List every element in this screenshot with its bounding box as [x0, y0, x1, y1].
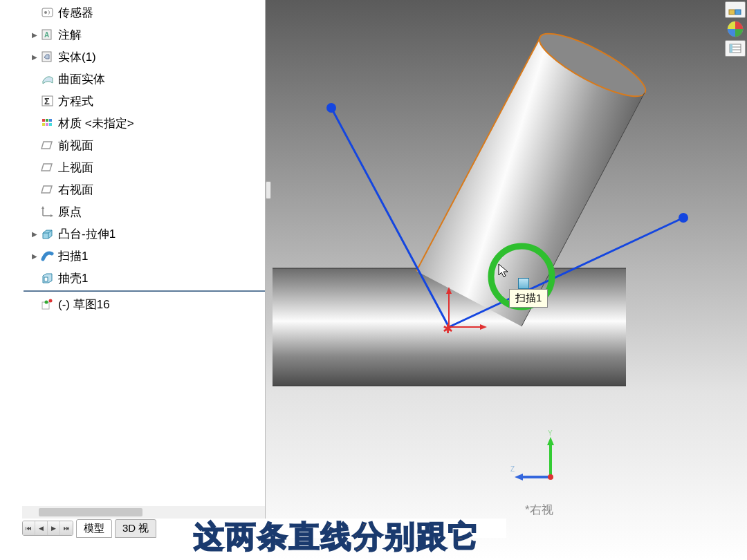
3d-scene[interactable]: ✱ — [266, 0, 747, 560]
svg-point-1 — [44, 11, 47, 14]
tree-row-right-plane[interactable]: ▶ 右视面 — [24, 178, 265, 200]
tooltip-feature-marker — [518, 278, 529, 289]
extrude-icon — [40, 226, 55, 241]
svg-rect-8 — [46, 119, 48, 122]
tree-row-front-plane[interactable]: ▶ 前视面 — [24, 134, 265, 156]
svg-marker-16 — [50, 214, 53, 217]
tab-model[interactable]: 模型 — [76, 519, 112, 538]
plane-icon — [40, 182, 55, 197]
feature-tooltip: 扫描1 — [509, 289, 548, 308]
expand-arrow[interactable]: ▶ — [29, 252, 40, 260]
tree-row-material[interactable]: ▶ 材质 <未指定> — [24, 112, 265, 134]
plane-icon — [40, 160, 55, 175]
tree-label: (-) 草图16 — [58, 297, 110, 312]
expand-arrow[interactable]: ▶ — [29, 53, 40, 61]
svg-rect-12 — [49, 123, 52, 126]
tree-row-surface-body[interactable]: ▶ 曲面实体 — [24, 68, 265, 90]
sensor-icon — [40, 5, 55, 20]
tree-label: 原点 — [58, 204, 82, 220]
tree-row-top-plane[interactable]: ▶ 上视面 — [24, 156, 265, 178]
scrollbar-thumb[interactable] — [39, 508, 142, 516]
expand-arrow[interactable]: ▶ — [29, 230, 40, 238]
feature-tree-panel: ▶ 传感器 ▶ A 注解 ▶ 实体(1) ▶ — [22, 0, 266, 519]
tree-label: 扫描1 — [58, 248, 88, 264]
tooltip-label: 扫描1 — [515, 292, 542, 304]
panel-divider-handle[interactable] — [266, 181, 271, 199]
tree-label: 曲面实体 — [58, 71, 105, 87]
nav-next[interactable]: ▶ — [48, 521, 60, 535]
tree-row-annotation[interactable]: ▶ A 注解 — [24, 24, 265, 46]
expand-arrow[interactable]: ▶ — [29, 31, 40, 39]
svg-text:✱: ✱ — [443, 322, 453, 336]
nav-last[interactable]: ⏭ — [60, 521, 73, 535]
equation-icon: Σ — [40, 93, 55, 109]
tree-label: 方程式 — [58, 93, 93, 109]
tree-label: 材质 <未指定> — [58, 115, 134, 131]
sketch-endpoint[interactable] — [326, 103, 336, 113]
tree-row-sweep[interactable]: ▶ 扫描1 — [24, 245, 265, 267]
view-name-label: *右视 — [525, 502, 553, 518]
sketch-icon — [40, 297, 55, 312]
svg-rect-10 — [42, 123, 45, 126]
svg-rect-0 — [42, 8, 53, 17]
sweep-icon — [40, 248, 55, 263]
svg-text:Σ: Σ — [44, 96, 50, 106]
sketch-endpoint[interactable] — [679, 213, 688, 223]
shell-icon — [40, 270, 55, 286]
tree-label: 上视面 — [58, 160, 93, 176]
tree-row-solid-body[interactable]: ▶ 实体(1) — [24, 46, 265, 68]
plane-icon — [40, 138, 55, 153]
tree-separator — [24, 290, 265, 292]
svg-rect-11 — [46, 123, 48, 126]
tree-row-equation[interactable]: ▶ Σ 方程式 — [24, 90, 265, 112]
tree-label: 凸台-拉伸1 — [58, 226, 116, 242]
svg-point-20 — [49, 299, 53, 303]
tree-label: 右视面 — [58, 182, 93, 198]
tree-row-shell[interactable]: ▶ 抽壳1 — [24, 267, 265, 289]
tree-label: 实体(1) — [58, 49, 96, 65]
tree-row-origin[interactable]: ▶ 原点 — [24, 200, 265, 223]
svg-point-19 — [45, 301, 48, 304]
surface-body-icon — [40, 71, 55, 86]
nav-prev[interactable]: ◀ — [35, 521, 48, 535]
tab-nav-buttons[interactable]: ⏮ ◀ ▶ ⏭ — [22, 521, 73, 536]
svg-rect-7 — [42, 119, 45, 122]
tree-label: 抽壳1 — [58, 270, 88, 286]
nav-first[interactable]: ⏮ — [23, 521, 35, 535]
tab-3d-view[interactable]: 3D 视 — [115, 519, 156, 538]
svg-rect-17 — [44, 277, 48, 281]
feature-tree[interactable]: ▶ 传感器 ▶ A 注解 ▶ 实体(1) ▶ — [22, 0, 265, 315]
svg-text:A: A — [44, 31, 49, 39]
tree-horizontal-scrollbar[interactable] — [22, 506, 265, 519]
solid-body-icon — [40, 49, 55, 64]
3d-viewport[interactable]: ✱ Y Z *右视 — [266, 0, 747, 560]
tree-row-extrude[interactable]: ▶ 凸台-拉伸1 — [24, 223, 265, 245]
material-icon — [40, 115, 55, 131]
bottom-tab-bar: ⏮ ◀ ▶ ⏭ 模型 3D 视 — [22, 519, 506, 538]
tree-row-sketch[interactable]: ▶ (-) 草图16 — [24, 293, 265, 315]
tree-label: 前视面 — [58, 138, 93, 153]
annotation-icon: A — [40, 27, 55, 42]
origin-icon — [40, 204, 55, 219]
svg-marker-15 — [42, 206, 44, 209]
tree-label: 传感器 — [58, 5, 93, 21]
svg-rect-9 — [49, 119, 52, 122]
tree-row-sensor[interactable]: ▶ 传感器 — [24, 1, 265, 24]
tree-label: 注解 — [58, 27, 82, 43]
